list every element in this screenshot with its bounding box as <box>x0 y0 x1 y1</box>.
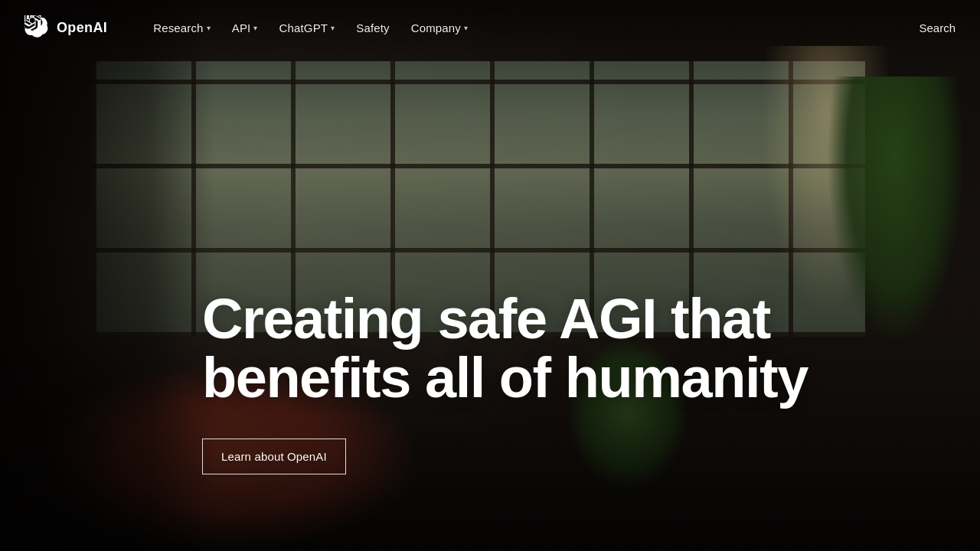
nav-items: Research ▾ API ▾ ChatGPT ▾ Safety Compan… <box>144 15 919 41</box>
main-nav: OpenAI Research ▾ API ▾ ChatGPT ▾ Safety… <box>0 0 980 55</box>
logo-link[interactable]: OpenAI <box>24 15 107 40</box>
search-button[interactable]: Search <box>919 21 956 34</box>
openai-logo-icon <box>24 15 49 40</box>
chevron-down-icon: ▾ <box>207 24 211 32</box>
nav-item-company[interactable]: Company ▾ <box>402 15 477 41</box>
hero-content: Creating safe AGI that benefits all of h… <box>202 289 934 474</box>
hero-section: OpenAI Research ▾ API ▾ ChatGPT ▾ Safety… <box>0 0 980 551</box>
nav-item-safety[interactable]: Safety <box>347 15 398 41</box>
chevron-down-icon: ▾ <box>464 24 468 32</box>
nav-item-api[interactable]: API ▾ <box>223 15 267 41</box>
hero-title: Creating safe AGI that benefits all of h… <box>202 289 934 408</box>
logo-text: OpenAI <box>57 20 107 36</box>
nav-item-chatgpt[interactable]: ChatGPT ▾ <box>270 15 345 41</box>
learn-about-openai-button[interactable]: Learn about OpenAI <box>202 439 346 474</box>
nav-item-research[interactable]: Research ▾ <box>144 15 220 41</box>
chevron-down-icon: ▾ <box>331 24 335 32</box>
chevron-down-icon: ▾ <box>253 24 257 32</box>
